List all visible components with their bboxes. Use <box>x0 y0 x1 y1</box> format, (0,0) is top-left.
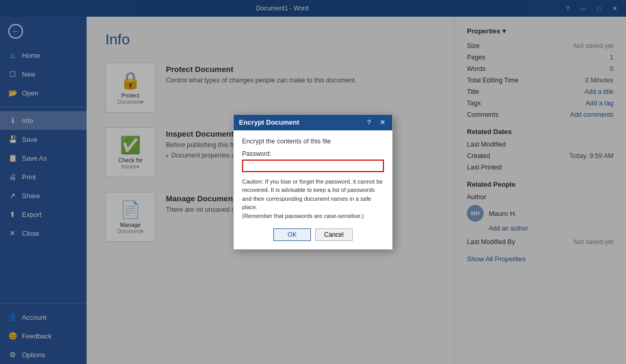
modal-overlay: Encrypt Document ? ✕ Encrypt the content… <box>0 0 626 364</box>
cancel-button[interactable]: Cancel <box>315 228 353 241</box>
modal-subtitle: Encrypt the contents of this file <box>242 138 384 145</box>
ok-button[interactable]: OK <box>273 228 311 241</box>
modal-warning-text: Caution: If you lose or forget the passw… <box>242 177 384 221</box>
modal-titlebar: Encrypt Document ? ✕ <box>234 115 392 130</box>
modal-help-button[interactable]: ? <box>364 118 374 126</box>
password-label: Password: <box>242 150 384 157</box>
modal-body: Encrypt the contents of this file Passwo… <box>234 130 392 250</box>
modal-buttons: OK Cancel <box>242 228 384 241</box>
modal-title: Encrypt Document <box>239 118 299 126</box>
modal-close-button[interactable]: ✕ <box>378 118 387 126</box>
password-input[interactable] <box>242 160 384 172</box>
encrypt-document-modal: Encrypt Document ? ✕ Encrypt the content… <box>233 114 393 250</box>
modal-title-buttons: ? ✕ <box>364 118 387 126</box>
